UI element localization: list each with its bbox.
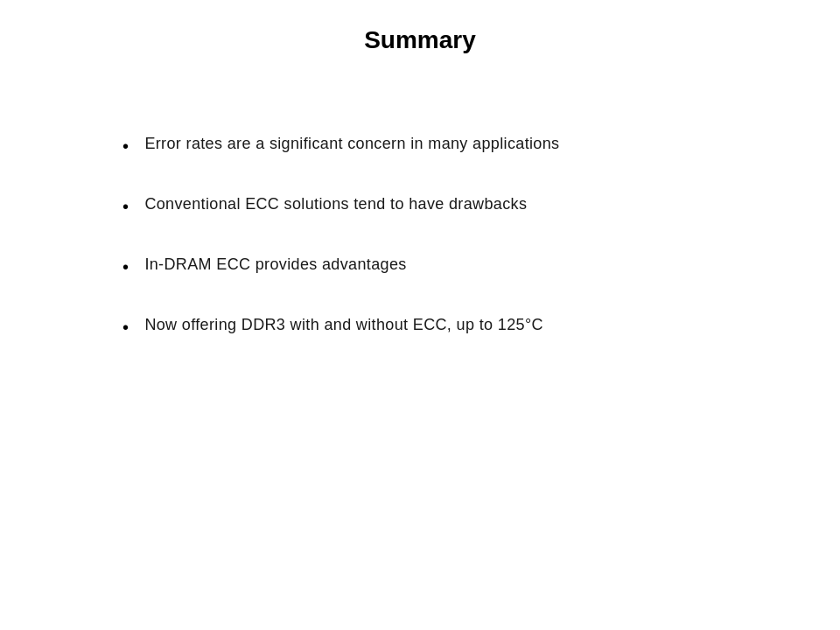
bullet-list: • Error rates are a significant concern … [70, 133, 770, 340]
slide-title: Summary [364, 18, 476, 63]
bullet-item-4: • Now offering DDR3 with and without ECC… [122, 314, 770, 340]
bullet-item-3: • In-DRAM ECC provides advantages [122, 254, 770, 279]
bullet-text-1: Error rates are a significant concern in… [144, 133, 559, 155]
bullet-dot-1: • [122, 134, 129, 158]
bullet-dot-4: • [122, 315, 129, 340]
bullet-dot-3: • [122, 255, 129, 279]
bullet-text-3: In-DRAM ECC provides advantages [144, 254, 406, 276]
bullet-text-4: Now offering DDR3 with and without ECC, … [144, 314, 542, 336]
bullet-item-1: • Error rates are a significant concern … [122, 133, 770, 158]
bullet-dot-2: • [122, 194, 129, 219]
bullet-item-2: • Conventional ECC solutions tend to hav… [122, 193, 770, 219]
slide: Summary • Error rates are a significant … [0, 0, 840, 630]
bullet-text-2: Conventional ECC solutions tend to have … [144, 193, 527, 215]
